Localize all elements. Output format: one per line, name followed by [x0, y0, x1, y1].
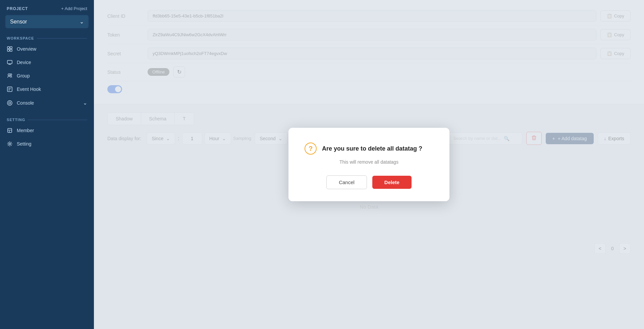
sidebar-item-label: Console [17, 100, 34, 106]
sidebar-item-overview[interactable]: Overview [0, 42, 94, 56]
svg-rect-14 [8, 128, 12, 132]
svg-point-17 [9, 143, 11, 145]
sidebar-item-label: Setting [17, 141, 32, 147]
modal-title: Are you sure to delete all datatag ? [322, 145, 422, 152]
modal-overlay: ? Are you sure to delete all datatag ? T… [94, 0, 644, 329]
svg-point-6 [8, 74, 10, 76]
setting-section: SETTING Member Setting [0, 115, 94, 151]
modal-delete-button[interactable]: Delete [372, 176, 412, 189]
modal-cancel-button[interactable]: Cancel [326, 175, 367, 189]
svg-rect-1 [10, 47, 12, 49]
main-content: Client ID ffd3bb65-15e5-43e1-b5cb-1f851b… [94, 0, 644, 329]
modal-subtitle: This will remove all datatags [305, 159, 433, 165]
project-selector-value: Sensor [10, 19, 27, 25]
sidebar-item-group[interactable]: Group [0, 69, 94, 83]
svg-point-12 [7, 101, 12, 105]
sidebar-project-header: PROJECT + Add Project [0, 0, 94, 15]
sidebar-item-label: Group [17, 73, 30, 78]
setting-section-label: SETTING [0, 115, 94, 124]
svg-point-7 [10, 74, 12, 75]
sidebar-item-setting[interactable]: Setting [0, 137, 94, 151]
member-icon [7, 127, 13, 133]
chevron-down-icon: ⌄ [83, 100, 87, 106]
console-icon [7, 100, 13, 106]
svg-rect-0 [7, 47, 9, 49]
setting-icon [7, 141, 13, 147]
device-icon [7, 59, 13, 65]
chevron-down-icon: ⌄ [79, 18, 84, 25]
svg-rect-2 [7, 49, 9, 51]
project-selector-wrap: Sensor ⌄ [0, 15, 94, 34]
sidebar-item-member[interactable]: Member [0, 124, 94, 137]
event-hook-icon [7, 86, 13, 92]
sidebar-item-label: Event Hook [17, 87, 41, 92]
project-label: PROJECT [7, 6, 28, 11]
warning-icon: ? [305, 143, 317, 155]
sidebar: PROJECT + Add Project Sensor ⌄ WORKSPACE… [0, 0, 94, 329]
sidebar-item-device[interactable]: Device [0, 56, 94, 69]
add-project-button[interactable]: + Add Project [61, 6, 87, 11]
workspace-section-label: WORKSPACE [0, 34, 94, 42]
modal-buttons: Cancel Delete [305, 175, 433, 189]
modal-title-row: ? Are you sure to delete all datatag ? [305, 143, 433, 155]
group-icon [7, 73, 13, 79]
sidebar-item-console[interactable]: Console ⌄ [0, 96, 94, 110]
svg-point-13 [9, 102, 11, 104]
sidebar-item-label: Overview [17, 46, 36, 52]
sidebar-item-label: Member [17, 128, 34, 133]
grid-icon [7, 46, 13, 52]
delete-confirmation-modal: ? Are you sure to delete all datatag ? T… [288, 128, 449, 201]
sidebar-item-label: Device [17, 60, 31, 65]
svg-rect-4 [7, 60, 12, 64]
svg-rect-3 [10, 49, 12, 51]
sidebar-item-event-hook[interactable]: Event Hook [0, 83, 94, 96]
project-selector[interactable]: Sensor ⌄ [5, 15, 89, 28]
